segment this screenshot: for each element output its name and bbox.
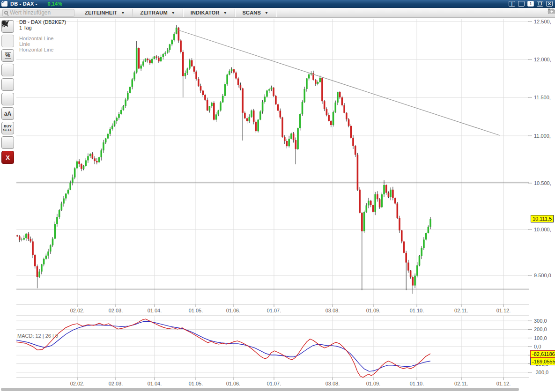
candle-body bbox=[30, 239, 32, 242]
toolbar: Wert hinzufügen ZEITEINHEIT ▼ ZEITRAUM ▼… bbox=[0, 8, 555, 18]
candle-body bbox=[350, 126, 352, 138]
candle-body bbox=[123, 106, 125, 110]
candle-body bbox=[412, 277, 414, 286]
candle-body bbox=[357, 155, 359, 189]
candle-body bbox=[81, 164, 82, 169]
candle-body bbox=[266, 90, 268, 96]
candle-body bbox=[215, 114, 217, 119]
candle-body bbox=[324, 101, 326, 109]
candle-body bbox=[425, 233, 427, 239]
tool-arc[interactable] bbox=[1, 93, 14, 105]
panel-toggle-icon[interactable]: ❘ bbox=[509, 1, 515, 7]
candle-body bbox=[131, 80, 133, 87]
candle-body bbox=[222, 96, 224, 103]
time-axis-label: 01.10. bbox=[410, 381, 424, 386]
tool-delete[interactable]: X bbox=[1, 151, 14, 164]
candle-body bbox=[253, 111, 255, 122]
search-input[interactable]: Wert hinzufügen bbox=[2, 9, 74, 17]
candle-body bbox=[397, 204, 399, 218]
legend-annotation[interactable]: Horizontal Line bbox=[19, 47, 66, 52]
candle-body bbox=[107, 134, 109, 139]
candle-body bbox=[163, 54, 164, 57]
candle-body bbox=[186, 68, 188, 73]
candle-body bbox=[164, 52, 166, 54]
chevron-down-icon: ▼ bbox=[171, 11, 175, 15]
time-axis-label: 03.08. bbox=[326, 381, 340, 386]
price-plot-area[interactable] bbox=[16, 19, 529, 304]
legend-annotation[interactable]: Linie bbox=[19, 41, 66, 47]
candle-body bbox=[217, 111, 219, 114]
close-icon[interactable]: ✕ bbox=[546, 1, 553, 7]
candle-body bbox=[248, 117, 250, 121]
candle-body bbox=[257, 120, 259, 132]
menu-indikator[interactable]: INDIKATOR ▼ bbox=[183, 8, 235, 17]
menu-zeitraum[interactable]: ZEITRAUM ▼ bbox=[133, 8, 182, 17]
delete-label: X bbox=[6, 154, 10, 161]
candle-body bbox=[213, 103, 215, 119]
candle-body bbox=[226, 74, 228, 84]
menu-scans[interactable]: SCANS ▼ bbox=[235, 8, 276, 17]
candle-body bbox=[169, 44, 171, 50]
macd-axis-label: -300,0 bbox=[534, 370, 548, 375]
macd-indicator-label[interactable]: MACD: 12 | 26 | 9 bbox=[17, 333, 58, 339]
scrollbar-thumb[interactable] bbox=[1, 388, 519, 391]
legend-annotation[interactable]: Horizontal Line bbox=[19, 36, 66, 41]
candle-body bbox=[78, 162, 80, 164]
candle-body bbox=[167, 50, 169, 52]
search-icon bbox=[4, 11, 8, 15]
candle-body bbox=[361, 213, 363, 231]
tool-zoom[interactable] bbox=[1, 64, 14, 76]
tool-parallel-lines[interactable] bbox=[1, 78, 14, 91]
price-axis-label: 9.500,0 bbox=[534, 273, 551, 278]
candle-body bbox=[25, 234, 27, 238]
menu-zeiteinheit[interactable]: ZEITEINHEIT ▼ bbox=[77, 8, 132, 17]
candle-body bbox=[333, 112, 334, 125]
candle-body bbox=[105, 139, 107, 142]
tool-alert[interactable] bbox=[1, 136, 14, 149]
restore-icon[interactable]: ❐ bbox=[537, 1, 543, 7]
chevron-down-icon: ▼ bbox=[265, 11, 268, 15]
legend-symbol: DB - DAX (DB2KE7) bbox=[19, 19, 66, 25]
candle-body bbox=[21, 240, 23, 240]
candle-body bbox=[47, 251, 49, 256]
tool-line[interactable] bbox=[1, 35, 14, 47]
candle-body bbox=[209, 106, 211, 111]
candle-body bbox=[94, 158, 96, 161]
candle-body bbox=[145, 59, 147, 61]
candle-body bbox=[381, 194, 383, 207]
candle-body bbox=[416, 265, 418, 275]
candle-body bbox=[251, 111, 252, 117]
candle-body bbox=[191, 60, 193, 67]
candle-body bbox=[359, 190, 361, 213]
candle-body bbox=[399, 218, 400, 230]
candle-body bbox=[341, 97, 343, 105]
tool-buy-sell[interactable]: BUYSELL bbox=[1, 122, 14, 134]
candle-body bbox=[262, 102, 264, 111]
candle-body bbox=[38, 272, 40, 277]
candle-body bbox=[303, 89, 305, 102]
tool-text[interactable]: aA bbox=[1, 107, 14, 120]
candle-body bbox=[200, 86, 202, 91]
candle-body bbox=[280, 111, 281, 117]
candle-body bbox=[302, 102, 303, 114]
layout-blank-icon[interactable] bbox=[518, 1, 525, 7]
change-percent: 0,14% bbox=[48, 1, 62, 7]
candle-body bbox=[92, 154, 94, 158]
chart-canvas[interactable]: 12.500,12.000,11.500,11.000,10.500,10.00… bbox=[0, 0, 555, 392]
candle-body bbox=[142, 61, 144, 66]
candle-body bbox=[50, 245, 52, 251]
candle-body bbox=[155, 57, 157, 58]
candle-body bbox=[240, 85, 242, 88]
candle-body bbox=[377, 194, 378, 200]
candle-body bbox=[193, 67, 195, 72]
window-title: DB - DAX - bbox=[10, 1, 37, 7]
separator bbox=[276, 9, 276, 17]
layout-one-icon[interactable]: 1 bbox=[527, 1, 534, 7]
candle-body bbox=[365, 205, 367, 212]
candle-body bbox=[85, 160, 87, 166]
candle-body bbox=[348, 119, 350, 126]
candle-body bbox=[171, 40, 173, 44]
tool-percent[interactable]: % bbox=[1, 49, 14, 62]
time-axis-label: 01.10. bbox=[410, 308, 424, 313]
candle-body bbox=[237, 79, 239, 85]
